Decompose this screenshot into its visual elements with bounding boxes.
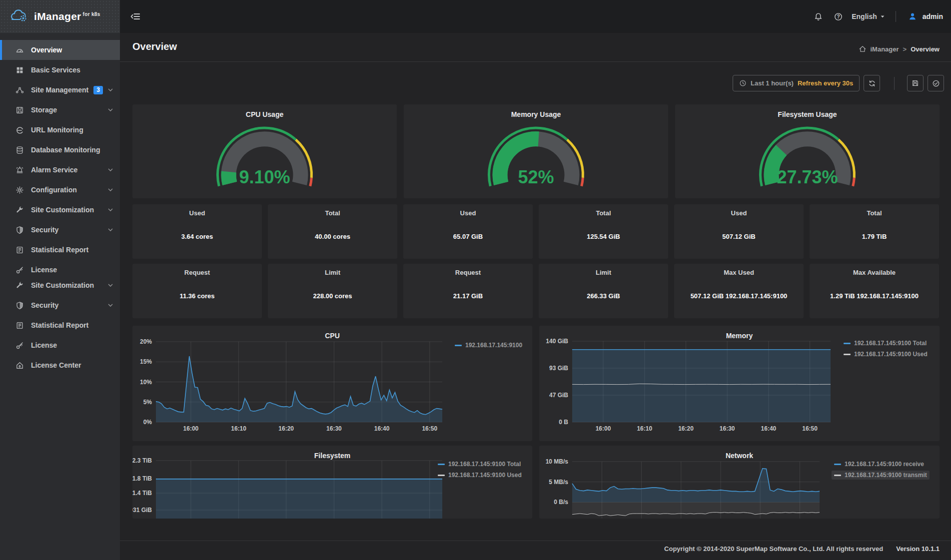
sidebar-item-basic-services[interactable]: Basic Services: [0, 60, 120, 80]
wrench-icon: [15, 281, 24, 290]
legend-label: 192.168.17.145:9100 Total: [448, 461, 521, 468]
svg-text:16:30: 16:30: [720, 425, 735, 432]
refresh-interval-label: Refresh every 30s: [798, 79, 853, 87]
time-range-selector[interactable]: Last 1 hour(s) Refresh every 30s: [733, 75, 860, 91]
chevron-down-icon: [107, 282, 114, 289]
sidebar-item-security-2[interactable]: Security: [0, 295, 120, 315]
language-label: English: [852, 12, 877, 20]
chart-panel-filesystem: Filesystem931 GiB1.4 TiB1.8 TiB2.3 TiB19…: [132, 446, 532, 519]
gauge-title: Filesystem Usage: [675, 110, 940, 118]
stat-card-value: 228.00 cores: [313, 292, 352, 300]
sidebar-item-label: Configuration: [31, 186, 77, 194]
legend-item[interactable]: 192.168.17.145:9100 Used: [841, 350, 930, 359]
cloud-gear-logo-icon: [9, 9, 29, 24]
language-selector[interactable]: English: [852, 12, 886, 20]
shield-icon: [15, 301, 24, 310]
svg-text:5 MB/s: 5 MB/s: [549, 479, 568, 486]
user-menu[interactable]: admin: [906, 10, 943, 23]
sidebar-item-label: License: [31, 266, 57, 274]
sidebar-item-label: License: [31, 341, 57, 349]
legend-label: 192.168.17.145:9100 receive: [845, 461, 924, 468]
sidebar-item-label: Database Monitoring: [31, 146, 100, 154]
chart-panel-network: Network0 B/s5 MB/s10 MB/s192.168.17.145:…: [539, 446, 940, 519]
footer: Copyright © 2014-2020 SuperMap Software …: [664, 545, 940, 553]
stat-card-label: Total: [596, 209, 611, 217]
grid-icon: [15, 66, 24, 74]
topbar-divider: [896, 11, 896, 22]
sidebar-item-storage[interactable]: Storage: [0, 100, 120, 120]
app-title: iManagerfor k8s: [34, 10, 100, 22]
stat-card-value: 266.33 GiB: [587, 292, 620, 300]
stat-card-label: Max Available: [853, 269, 896, 276]
stat-card-label: Max Used: [724, 269, 754, 276]
sidebar-item-overview[interactable]: Overview: [0, 40, 120, 60]
svg-text:0 B/s: 0 B/s: [554, 499, 568, 506]
sidebar-item-license-2[interactable]: License: [0, 335, 120, 355]
legend-color-dash: [844, 343, 851, 344]
sidebar-item-configuration[interactable]: Configuration: [0, 180, 120, 200]
legend-label: 192.168.17.145:9100 Used: [448, 472, 522, 479]
save-button[interactable]: [907, 75, 924, 91]
sidebar-item-label: Basic Services: [31, 66, 80, 74]
help-icon[interactable]: ?: [832, 10, 845, 23]
sidebar-item-url-monitoring[interactable]: URL Monitoring: [0, 120, 120, 140]
legend-item[interactable]: 192.168.17.145:9100 receive: [832, 460, 927, 469]
apply-check-button[interactable]: [928, 75, 944, 91]
gauge-chart: 9.10%: [132, 104, 397, 198]
legend-item[interactable]: 192.168.17.145:9100 transmit: [832, 471, 930, 480]
sidebar-item-site-customization-2[interactable]: Site Customization: [0, 275, 120, 295]
sidebar-item-database-monitoring[interactable]: Database Monitoring: [0, 140, 120, 160]
nodes-icon: [15, 86, 24, 94]
stat-card-value: 1.29 TiB 192.168.17.145:9100: [830, 292, 919, 300]
user-icon: [906, 10, 919, 23]
database-icon: [15, 146, 24, 154]
sidebar-item-security[interactable]: Security: [0, 220, 120, 240]
home-icon[interactable]: [859, 45, 867, 53]
legend-item[interactable]: 192.168.17.145:9100 Total: [435, 460, 523, 469]
svg-text:?: ?: [837, 14, 840, 19]
license-center-icon: [15, 361, 24, 370]
sidebar-item-label: Site Management: [31, 86, 88, 94]
chart-title: Network: [539, 452, 940, 460]
legend-color-dash: [834, 464, 841, 465]
alarm-icon: [15, 166, 24, 174]
gauge-panel-cpu-usage: CPU Usage9.10%: [132, 104, 397, 198]
svg-text:1.4 TiB: 1.4 TiB: [132, 490, 152, 497]
legend-item[interactable]: 192.168.17.145:9100 Used: [435, 471, 524, 480]
url-icon: [15, 126, 24, 134]
legend-color-dash: [455, 345, 462, 346]
chart-title: Filesystem: [132, 452, 532, 460]
legend-item[interactable]: 192.168.17.145:9100: [452, 341, 525, 350]
sidebar-collapse-icon[interactable]: [129, 10, 142, 23]
count-badge: 3: [93, 86, 103, 94]
gauge-value: 9.10%: [239, 167, 290, 187]
stat-card-total-1: Total40.00 cores: [268, 204, 397, 259]
sidebar-item-license-center-2[interactable]: License Center: [0, 355, 120, 375]
legend-item[interactable]: 192.168.17.145:9100 Total: [841, 339, 929, 348]
sidebar-item-site-management[interactable]: Site Management3: [0, 80, 120, 100]
stat-card-total-5: Total1.79 TiB: [810, 204, 939, 259]
chart-panel-memory: Memory0 B47 GiB93 GiB140 GiB16:0016:1016…: [539, 326, 940, 441]
chart-panel-cpu: CPU0%5%10%15%20%16:0016:1016:2016:3016:4…: [132, 326, 532, 441]
legend-color-dash: [834, 475, 841, 476]
sidebar-item-label: Site Customization: [31, 206, 94, 214]
sidebar-item-alarm-service[interactable]: Alarm Service: [0, 160, 120, 180]
app-title-suffix: for k8s: [83, 11, 100, 17]
refresh-button[interactable]: [864, 75, 880, 91]
breadcrumb-separator: >: [903, 45, 907, 53]
breadcrumb-root[interactable]: iManager: [871, 45, 899, 53]
stat-card-label: Total: [325, 209, 340, 217]
sidebar-item-statistical-report-2[interactable]: Statistical Report: [0, 315, 120, 335]
stat-card-used-0: Used3.64 cores: [132, 204, 262, 259]
gauge-panel-memory-usage: Memory Usage52%: [404, 104, 668, 198]
stat-card-value: 1.79 TiB: [862, 233, 887, 240]
sidebar-item-site-customization[interactable]: Site Customization: [0, 200, 120, 220]
notification-bell-icon[interactable]: [812, 10, 825, 23]
clock-icon: [739, 79, 747, 87]
stat-card-label: Used: [460, 209, 476, 217]
time-range-label: Last 1 hour(s): [751, 79, 794, 87]
legend-color-dash: [438, 464, 445, 465]
chevron-down-icon: [107, 106, 114, 113]
sidebar-item-statistical-report[interactable]: Statistical Report: [0, 240, 120, 260]
stat-card-value: 11.36 cores: [179, 292, 214, 300]
